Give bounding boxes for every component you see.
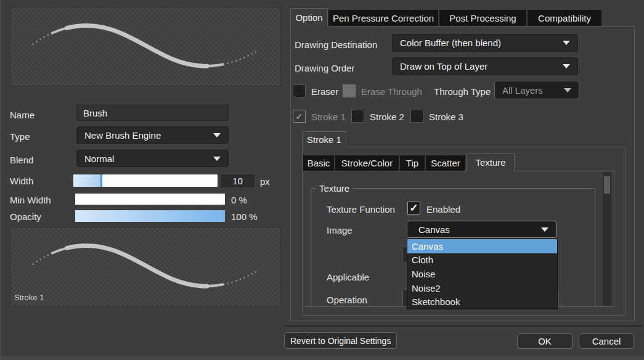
option-label: Noise bbox=[412, 269, 435, 279]
chevron-down-icon bbox=[563, 41, 570, 45]
tab-label: Option bbox=[295, 12, 322, 23]
stroke2-label: Stroke 2 bbox=[370, 112, 404, 122]
tab-label: Tip bbox=[406, 158, 418, 168]
tab-label: Scatter bbox=[431, 158, 460, 168]
brush-stroke-preview bbox=[10, 7, 279, 84]
texture-groupbox-legend: Texture bbox=[316, 183, 353, 194]
through-type-dropdown: All Layers bbox=[494, 81, 579, 99]
scrollbar-track[interactable] bbox=[603, 172, 611, 306]
tab-texture[interactable]: Texture bbox=[467, 153, 515, 171]
image-dropdown[interactable]: Canvas bbox=[407, 221, 556, 238]
chevron-down-icon bbox=[213, 133, 221, 137]
brush-stroke-preview bbox=[10, 227, 279, 305]
tab-tip[interactable]: Tip bbox=[400, 155, 425, 171]
texture-function-checkbox[interactable]: ✓ bbox=[407, 202, 420, 215]
window-bottom-edge bbox=[1, 356, 644, 360]
tab-pen-pressure-correction[interactable]: Pen Pressure Correction bbox=[328, 10, 438, 26]
min-width-value: 0 % bbox=[231, 195, 247, 205]
tab-stroke1[interactable]: Stroke 1 bbox=[302, 131, 346, 147]
tab-post-processing[interactable]: Post Processing bbox=[439, 10, 526, 26]
chevron-down-icon bbox=[541, 227, 548, 232]
min-width-label: Min Width bbox=[10, 195, 51, 205]
width-unit: px bbox=[260, 176, 270, 187]
option-label: Noise2 bbox=[412, 283, 441, 293]
drawing-order-value: Draw on Top of Layer bbox=[400, 61, 487, 72]
image-dropdown-list: Canvas Cloth Noise Noise2 Sketchbook bbox=[407, 239, 558, 309]
width-slider-fill bbox=[73, 174, 100, 187]
image-value: Canvas bbox=[418, 224, 450, 235]
type-label: Type bbox=[10, 131, 30, 142]
drawing-order-dropdown[interactable]: Draw on Top of Layer bbox=[392, 57, 578, 75]
button-label: OK bbox=[538, 336, 552, 346]
button-label: Cancel bbox=[592, 336, 621, 346]
tab-label: Texture bbox=[475, 157, 505, 168]
stroke1-label: Stroke 1 bbox=[311, 112, 346, 122]
brush-preview-stroke1: Stroke 1 bbox=[10, 227, 281, 306]
revert-button[interactable]: Revert to Original Settings bbox=[284, 332, 397, 349]
chevron-down-icon bbox=[564, 88, 571, 92]
texture-function-label: Texture Function bbox=[327, 204, 395, 215]
type-value: New Brush Engine bbox=[84, 130, 161, 141]
erase-through-checkbox bbox=[343, 84, 356, 97]
brush-settings-dialog: Name Brush Type New Brush Engine Blend N… bbox=[0, 0, 644, 360]
stroke3-label: Stroke 3 bbox=[429, 112, 463, 122]
through-type-value: All Layers bbox=[502, 85, 543, 96]
tab-scatter[interactable]: Scatter bbox=[426, 155, 465, 171]
blend-value: Normal bbox=[84, 153, 114, 164]
name-value: Brush bbox=[83, 108, 107, 118]
dropdown-option-sketchbook[interactable]: Sketchbook bbox=[407, 295, 557, 309]
tab-label: Post Processing bbox=[449, 13, 516, 23]
footer-divider bbox=[283, 325, 642, 327]
erase-through-label: Erase Through bbox=[361, 86, 422, 97]
name-input[interactable]: Brush bbox=[76, 105, 229, 121]
eraser-checkbox[interactable] bbox=[293, 84, 306, 97]
type-dropdown[interactable]: New Brush Engine bbox=[76, 126, 229, 144]
width-slider-cursor[interactable] bbox=[100, 174, 102, 187]
eraser-label: Eraser bbox=[311, 86, 338, 97]
drawing-destination-value: Color Buffer (then blend) bbox=[400, 38, 501, 48]
tab-label: Compatibility bbox=[538, 13, 591, 23]
blend-dropdown[interactable]: Normal bbox=[76, 150, 229, 167]
dropdown-option-noise2[interactable]: Noise2 bbox=[407, 281, 557, 295]
cancel-button[interactable]: Cancel bbox=[579, 333, 634, 349]
dropdown-option-noise[interactable]: Noise bbox=[407, 267, 557, 281]
preview-stroke-label: Stroke 1 bbox=[14, 293, 44, 302]
tab-label: Pen Pressure Correction bbox=[333, 13, 434, 23]
image-label: Image bbox=[327, 225, 353, 235]
drawing-order-label: Drawing Order bbox=[295, 63, 355, 73]
applicable-label: Applicable bbox=[327, 272, 369, 282]
tab-basic[interactable]: Basic bbox=[303, 155, 334, 171]
stroke2-checkbox[interactable] bbox=[351, 110, 364, 123]
drawing-destination-dropdown[interactable]: Color Buffer (then blend) bbox=[392, 34, 578, 52]
dropdown-option-cloth[interactable]: Cloth bbox=[407, 253, 557, 268]
tab-compatibility[interactable]: Compatibility bbox=[528, 10, 601, 26]
chevron-down-icon bbox=[213, 157, 221, 161]
width-value: 10 bbox=[232, 176, 243, 186]
width-slider[interactable] bbox=[73, 174, 218, 187]
min-width-slider[interactable] bbox=[75, 194, 225, 205]
tab-stroke-color[interactable]: Stroke/Color bbox=[335, 155, 399, 171]
stroke1-checkbox: ✓ bbox=[293, 110, 306, 123]
tab-option[interactable]: Option bbox=[290, 8, 328, 27]
through-type-label: Through Type bbox=[434, 86, 491, 97]
tab-label: Stroke/Color bbox=[341, 158, 393, 168]
dropdown-option-canvas[interactable]: Canvas bbox=[407, 239, 557, 253]
brush-preview-top bbox=[10, 7, 281, 86]
button-label: Revert to Original Settings bbox=[290, 336, 391, 346]
opacity-value: 100 % bbox=[231, 211, 258, 222]
operation-label: Operation bbox=[327, 295, 367, 305]
ok-button[interactable]: OK bbox=[517, 333, 573, 349]
width-label: Width bbox=[10, 176, 33, 186]
blend-label: Blend bbox=[10, 155, 33, 165]
opacity-slider[interactable] bbox=[75, 210, 225, 222]
option-label: Cloth bbox=[412, 255, 433, 265]
enabled-label: Enabled bbox=[426, 204, 460, 215]
drawing-destination-label: Drawing Destination bbox=[295, 39, 377, 50]
option-label: Canvas bbox=[412, 241, 443, 252]
stroke3-checkbox[interactable] bbox=[410, 110, 423, 123]
tab-label: Basic bbox=[308, 158, 330, 168]
tab-label: Stroke 1 bbox=[307, 134, 341, 145]
scrollbar-thumb[interactable] bbox=[604, 176, 610, 194]
width-value-box[interactable]: 10 bbox=[221, 174, 255, 187]
option-label: Sketchbook bbox=[412, 297, 460, 307]
